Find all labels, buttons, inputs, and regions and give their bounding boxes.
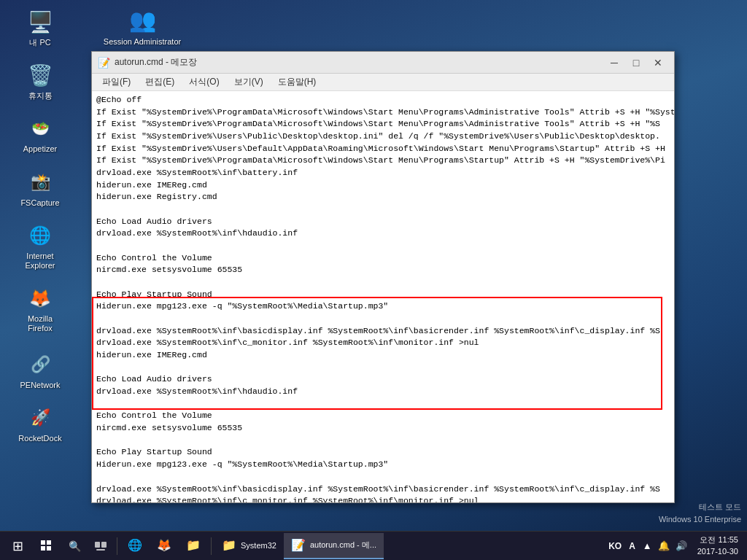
close-button[interactable]: ✕ (648, 55, 668, 71)
desktop-icon-firefox[interactable]: 🦊 Mozilla Firefox (15, 284, 66, 333)
penet-label: PENetwork (20, 381, 60, 390)
recycle-icon: 🗑️ (26, 61, 55, 90)
desktop-icon-mypc[interactable]: 🖥️ 내 PC (15, 7, 66, 47)
mypc-icon: 🖥️ (26, 7, 55, 36)
desktop: 👥 Session Administrator 🖥️ 내 PC 🗑️ 휴지통 🥗… (0, 0, 747, 560)
taskbar-pin-ie[interactable]: 🌐 (120, 533, 150, 559)
minimize-button[interactable]: ─ (604, 55, 624, 71)
win10-line1: 테스트 모드 (659, 501, 741, 513)
fscapture-icon: 📸 (26, 168, 55, 197)
menu-view[interactable]: 보기(V) (227, 74, 271, 90)
session-admin-icon[interactable]: 👥 Session Administrator (88, 4, 197, 46)
ie-taskbar-icon: 🌐 (128, 538, 142, 552)
svg-rect-1 (47, 540, 51, 545)
firefox-label: Mozilla Firefox (15, 314, 66, 333)
session-admin-img: 👥 (126, 4, 158, 36)
penet-icon: 🔗 (26, 350, 55, 379)
recycle-label: 휴지통 (28, 91, 53, 101)
taskbar-clock[interactable]: 오전 11:55 2017-10-30 (697, 534, 738, 557)
session-admin-label: Session Administrator (104, 37, 181, 46)
lang-ko[interactable]: KO (608, 541, 622, 551)
explorer-taskbar-icon: 📁 (186, 538, 201, 552)
desktop-icon-appetizer[interactable]: 🥗 Appetizer (15, 114, 66, 154)
tray-notify[interactable]: 🔔 (658, 540, 670, 551)
desktop-icons: 🖥️ 내 PC 🗑️ 휴지통 🥗 Appetizer 📸 FSCapture 🌐… (15, 7, 66, 443)
taskbar-taskview[interactable] (88, 533, 114, 559)
notepad-window: 📝 autorun.cmd - 메모장 ─ □ ✕ 파일(F) 편집(E) 서식… (91, 51, 675, 503)
notepad-textarea[interactable]: @Echo off If Exist "%SystemDrive%\Progra… (92, 91, 674, 502)
apps-grid-button[interactable] (32, 533, 61, 559)
taskbar-autorun[interactable]: 📝 autorun.cmd - 메... (284, 533, 384, 559)
rocketdock-icon: 🚀 (26, 403, 55, 432)
tray-volume[interactable]: 🔊 (676, 540, 687, 551)
menu-file[interactable]: 파일(F) (95, 74, 138, 90)
desktop-icon-fscapture[interactable]: 📸 FSCapture (15, 168, 66, 208)
taskbar-system32[interactable]: 📁 System32 (214, 533, 284, 559)
taskbar: ⊞ 🔍 🌐 🦊 📁 (0, 531, 747, 560)
svg-rect-3 (47, 546, 51, 551)
menu-help[interactable]: 도움말(H) (271, 74, 324, 90)
fscapture-label: FSCapture (20, 198, 59, 208)
ie-label: Internet Explorer (15, 252, 66, 271)
notepad-menubar: 파일(F) 편집(E) 서식(O) 보기(V) 도움말(H) (92, 74, 674, 91)
appetizer-label: Appetizer (23, 144, 57, 154)
autorun-label: autorun.cmd - 메... (310, 540, 376, 551)
clock-date: 2017-10-30 (697, 546, 738, 557)
lang-a[interactable]: A (629, 541, 635, 551)
desktop-icon-recycle[interactable]: 🗑️ 휴지통 (15, 61, 66, 101)
maximize-button[interactable]: □ (626, 55, 646, 71)
system32-label: System32 (241, 541, 276, 550)
systray: ▲ 🔔 🔊 (643, 540, 687, 551)
svg-rect-2 (41, 546, 45, 551)
firefox-taskbar-icon: 🦊 (157, 538, 171, 552)
taskbar-right: KO A ▲ 🔔 🔊 오전 11:55 2017-10-30 (608, 534, 744, 557)
taskbar-pin-explorer[interactable]: 📁 (179, 533, 208, 559)
svg-rect-5 (101, 542, 107, 548)
mypc-label: 내 PC (29, 38, 50, 47)
start-button[interactable]: ⊞ (3, 533, 32, 559)
tray-arrow[interactable]: ▲ (643, 540, 652, 551)
desktop-icon-rocketdock[interactable]: 🚀 RocketDock (15, 403, 66, 443)
svg-rect-6 (96, 549, 105, 551)
system32-icon: 📁 (222, 538, 236, 552)
notepad-title-icon: 📝 (98, 57, 110, 69)
menu-edit[interactable]: 편집(E) (138, 74, 182, 90)
menu-format[interactable]: 서식(O) (182, 74, 226, 90)
taskbar-search-icon[interactable]: 🔍 (61, 533, 88, 559)
ie-icon: 🌐 (26, 221, 55, 250)
taskbar-pin-firefox[interactable]: 🦊 (150, 533, 179, 559)
win10-line2: Windows 10 Enterprise (659, 513, 741, 526)
notepad-titlebar: 📝 autorun.cmd - 메모장 ─ □ ✕ (92, 52, 674, 74)
win10-label: 테스트 모드 Windows 10 Enterprise (659, 501, 741, 525)
desktop-icon-penet[interactable]: 🔗 PENetwork (15, 350, 66, 390)
appetizer-icon: 🥗 (26, 114, 55, 143)
svg-rect-4 (95, 542, 100, 548)
svg-rect-0 (41, 540, 45, 545)
clock-time: 오전 11:55 (697, 534, 738, 545)
firefox-icon: 🦊 (26, 284, 55, 313)
rocketdock-label: RocketDock (18, 434, 61, 443)
desktop-icon-ie[interactable]: 🌐 Internet Explorer (15, 221, 66, 271)
titlebar-buttons: ─ □ ✕ (604, 55, 668, 71)
autorun-icon: 📝 (291, 538, 306, 552)
taskbar-separator2 (211, 537, 212, 555)
notepad-title-text: autorun.cmd - 메모장 (115, 56, 604, 69)
taskbar-separator (117, 537, 117, 555)
notepad-content-area: @Echo off If Exist "%SystemDrive%\Progra… (92, 91, 674, 502)
